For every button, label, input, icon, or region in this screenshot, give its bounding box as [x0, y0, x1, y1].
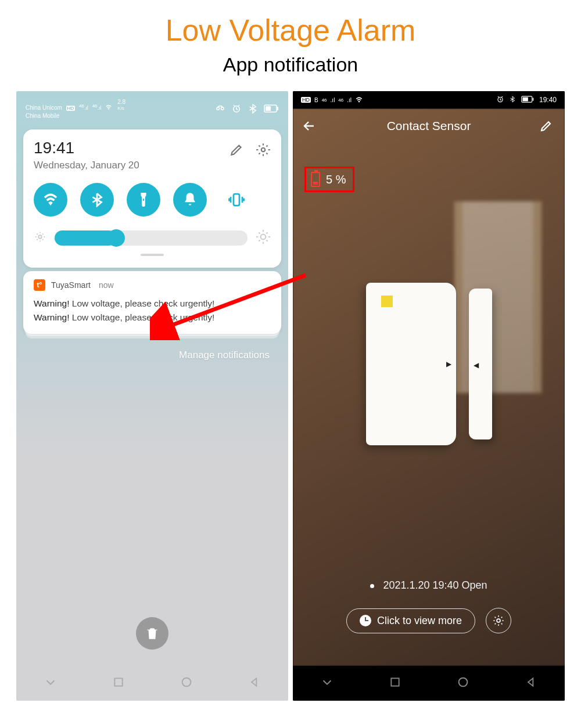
- notification-line-2: Warning! Low voltage, please check urgen…: [34, 311, 271, 325]
- sensor-arrow-right-icon: ▶: [446, 360, 451, 368]
- drag-handle[interactable]: [141, 254, 164, 256]
- notification-card[interactable]: t° TuyaSmart now Warning! Low voltage, p…: [23, 271, 281, 334]
- edit-button[interactable]: [539, 119, 553, 135]
- battery-icon: [264, 104, 279, 114]
- view-more-label: Click to view more: [377, 615, 462, 627]
- last-event-text: 2021.1.20 19:40 Open: [383, 579, 487, 591]
- sensor-magnet: ◀: [469, 289, 492, 439]
- clock-icon: [360, 615, 371, 626]
- tuya-app-icon: t°: [34, 279, 45, 291]
- vibrate-toggle[interactable]: [220, 183, 253, 217]
- status-bar: HD B 46.ıl 46.ıl 19:40: [293, 91, 565, 109]
- sensor-led: [381, 295, 393, 307]
- bluetooth-icon: [509, 95, 516, 105]
- svg-point-1: [221, 107, 224, 110]
- net-label-2: 46: [92, 103, 98, 109]
- qs-date: Wednesday, January 20: [34, 160, 139, 171]
- alarm-icon: [231, 103, 242, 115]
- hero-title: Low Voltage Alarm: [0, 0, 581, 53]
- svg-rect-8: [234, 194, 239, 206]
- svg-rect-16: [522, 97, 528, 101]
- wifi-icon: [355, 96, 363, 104]
- eye-icon: [215, 103, 225, 115]
- nav-home-icon[interactable]: [180, 676, 193, 691]
- hero-subtitle: App notification: [0, 53, 581, 91]
- back-button[interactable]: [302, 119, 316, 135]
- nav-dropdown-icon[interactable]: [44, 676, 57, 691]
- page-title: Contact Sensor: [387, 119, 471, 133]
- view-more-button[interactable]: Click to view more: [346, 608, 475, 633]
- dnd-toggle[interactable]: [173, 183, 207, 217]
- net-speed-unit: K/s: [117, 106, 124, 111]
- alarm-icon: [496, 95, 504, 105]
- svg-point-12: [182, 678, 191, 687]
- qs-time: 19:41: [34, 139, 139, 157]
- status-bar: China Unicom HD 46.ıl 46.ıl 2.8 K/s Chin…: [16, 96, 288, 123]
- wifi-icon: [105, 104, 114, 111]
- nav-recent-icon[interactable]: [113, 676, 124, 690]
- wifi-toggle[interactable]: [34, 183, 67, 217]
- svg-point-17: [497, 619, 500, 622]
- net-speed: 2.8: [117, 99, 125, 105]
- android-nav-bar: [16, 666, 288, 701]
- hd-badge: HD: [66, 106, 76, 111]
- notification-line-1: Warning! Low voltage, please check urgen…: [34, 297, 271, 311]
- last-event-row: 2021.1.20 19:40 Open: [293, 579, 565, 592]
- event-dot-icon: [370, 584, 374, 588]
- nav-recent-icon[interactable]: [389, 676, 401, 690]
- sensor-body: ▶: [366, 283, 456, 445]
- nav-home-icon[interactable]: [457, 676, 469, 691]
- svg-rect-7: [143, 199, 144, 201]
- device-settings-button[interactable]: [486, 608, 511, 633]
- clear-all-button[interactable]: [136, 617, 168, 650]
- nav-back-icon[interactable]: [249, 676, 260, 690]
- bluetooth-toggle[interactable]: [80, 183, 114, 217]
- phone-contact-sensor-app: HD B 46.ıl 46.ıl 19:40 Co: [293, 91, 565, 701]
- phone-notification-shade: China Unicom HD 46.ıl 46.ıl 2.8 K/s Chin…: [16, 91, 288, 701]
- manage-notifications-link[interactable]: Manage notifications: [179, 349, 270, 361]
- net-label-1: 46: [79, 103, 84, 109]
- brightness-high-icon: [256, 229, 271, 247]
- app-header: Contact Sensor: [293, 109, 565, 143]
- carrier-1: China Unicom: [26, 104, 62, 111]
- nav-dropdown-icon[interactable]: [321, 676, 333, 691]
- battery-icon: [521, 96, 535, 104]
- sensor-illustration: ▶ ◀: [293, 283, 565, 445]
- battery-percent: 5 %: [326, 173, 346, 186]
- svg-rect-4: [277, 107, 278, 110]
- svg-point-19: [459, 678, 468, 687]
- svg-point-9: [38, 235, 42, 239]
- battery-low-icon: [311, 172, 320, 187]
- nav-back-icon[interactable]: [525, 676, 537, 690]
- notification-app-name: TuyaSmart: [51, 280, 91, 290]
- carrier-2: China Mobile: [26, 113, 59, 119]
- svg-point-6: [261, 148, 266, 152]
- net-label-2: 46: [338, 98, 343, 103]
- edit-icon[interactable]: [229, 142, 244, 160]
- battery-indicator: 5 %: [304, 167, 354, 192]
- svg-rect-5: [266, 106, 271, 111]
- status-time: 19:40: [539, 96, 557, 104]
- svg-rect-11: [114, 678, 122, 686]
- svg-point-0: [217, 107, 220, 110]
- notification-time: now: [99, 280, 114, 290]
- brightness-slider[interactable]: [34, 229, 271, 247]
- brightness-low-icon: [34, 230, 46, 246]
- svg-point-10: [261, 235, 266, 240]
- bluetooth-icon: [248, 103, 258, 115]
- flashlight-toggle[interactable]: [127, 183, 160, 217]
- sensor-arrow-left-icon: ◀: [474, 361, 479, 369]
- quick-settings-panel: 19:41 Wednesday, January 20: [23, 129, 281, 268]
- android-nav-bar: [293, 666, 565, 701]
- net-label: 46: [322, 98, 327, 103]
- settings-icon[interactable]: [256, 142, 271, 160]
- hd-badge: HD: [301, 97, 311, 103]
- svg-rect-15: [533, 98, 534, 100]
- svg-rect-18: [391, 678, 399, 686]
